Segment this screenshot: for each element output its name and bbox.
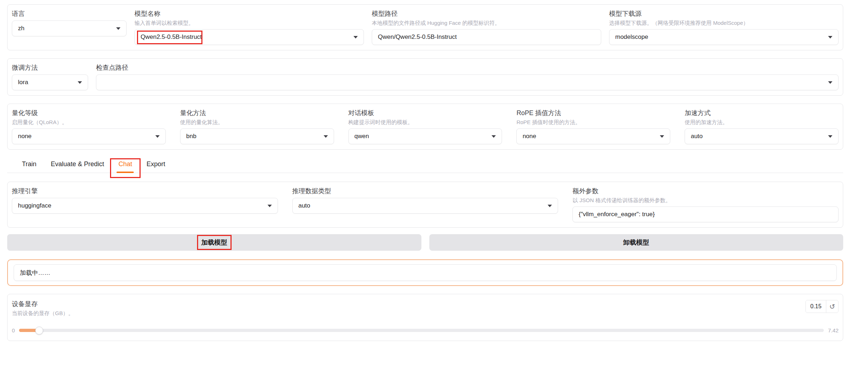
extra-args-textbox[interactable] (572, 206, 839, 222)
vram-slider-track[interactable] (19, 329, 823, 332)
language-dropdown[interactable]: zh (12, 21, 127, 36)
quantization-method-value: bnb (186, 133, 324, 140)
load-model-button-label-wrap: 加载模型 (197, 235, 232, 250)
template-dropdown[interactable]: qwen (348, 128, 502, 144)
model-action-row: 加载模型 卸载模型 (7, 234, 843, 251)
infer-dtype-value: auto (298, 202, 548, 209)
language-value: zh (18, 25, 116, 32)
status-output-container: 加载中…… (7, 259, 843, 286)
quantization-bit-label: 量化等级 (12, 109, 166, 117)
vram-number-box: ↺ (805, 300, 839, 313)
field-infer-dtype: 推理数据类型 auto (292, 187, 558, 214)
chevron-down-icon (116, 27, 120, 30)
finetuning-type-dropdown[interactable]: lora (12, 74, 88, 90)
model-name-dropdown[interactable]: Qwen2.5-0.5B-Instruct (134, 29, 364, 45)
vram-number-input[interactable] (806, 300, 826, 313)
field-download-source: 模型下载源 选择模型下载源。（网络受限环境推荐使用 ModelScope） mo… (609, 10, 839, 45)
download-source-label: 模型下载源 (609, 10, 839, 18)
model-name-value: Qwen2.5-0.5B-Instruct (141, 33, 353, 41)
model-path-info: 本地模型的文件路径或 Hugging Face 的模型标识符。 (372, 19, 601, 26)
model-name-info: 输入首单词以检索模型。 (134, 19, 364, 26)
language-label: 语言 (12, 10, 127, 18)
chevron-down-icon (492, 135, 496, 138)
download-source-dropdown[interactable]: modelscope (609, 29, 839, 45)
model-path-input[interactable] (378, 33, 595, 41)
field-extra-args: 额外参数 以 JSON 格式传递给训练器的额外参数。 (572, 187, 839, 222)
download-source-info: 选择模型下载源。（网络受限环境推荐使用 ModelScope） (609, 19, 839, 26)
chevron-down-icon (78, 81, 82, 84)
quantization-method-info: 使用的量化算法。 (180, 119, 334, 126)
chevron-down-icon (155, 135, 160, 138)
model-name-label: 模型名称 (134, 10, 364, 18)
field-inference-engine: 推理引擎 huggingface (12, 187, 278, 214)
chevron-down-icon (268, 205, 272, 207)
main-tabbar: Train Evaluate & Predict Chat Export (7, 157, 843, 173)
tab-export[interactable]: Export (140, 157, 171, 173)
chevron-down-icon (353, 36, 358, 38)
field-quantization-method: 量化方法 使用的量化算法。 bnb (180, 109, 334, 144)
booster-value: auto (691, 133, 828, 140)
field-rope-scaling: RoPE 插值方法 RoPE 插值时使用的方法。 none (516, 109, 670, 144)
model-config-panel: 语言 zh 模型名称 输入首单词以检索模型。 Qwen2.5-0.5B-Inst… (7, 4, 843, 50)
quantization-bit-value: none (18, 133, 155, 140)
tab-chat[interactable]: Chat (112, 157, 138, 173)
field-checkpoint-path: 检查点路径 (96, 64, 839, 90)
inference-engine-label: 推理引擎 (12, 187, 278, 195)
field-model-path: 模型路径 本地模型的文件路径或 Hugging Face 的模型标识符。 (372, 10, 601, 45)
unload-model-button-label: 卸载模型 (619, 235, 653, 250)
extra-args-info: 以 JSON 格式传递给训练器的额外参数。 (572, 197, 839, 204)
field-language: 语言 zh (12, 10, 127, 36)
infer-dtype-label: 推理数据类型 (292, 187, 558, 195)
checkpoint-path-dropdown[interactable] (96, 74, 839, 90)
inference-engine-value: huggingface (18, 202, 268, 209)
quantization-bit-info: 启用量化（QLoRA）。 (12, 119, 166, 126)
llamaboard-page: 语言 zh 模型名称 输入首单词以检索模型。 Qwen2.5-0.5B-Inst… (7, 0, 843, 341)
download-source-value: modelscope (615, 33, 828, 41)
quantization-bit-dropdown[interactable]: none (12, 128, 166, 144)
reset-icon[interactable]: ↺ (826, 300, 838, 313)
model-path-textbox[interactable] (372, 29, 601, 45)
rope-scaling-dropdown[interactable]: none (516, 128, 670, 144)
field-quantization-bit: 量化等级 启用量化（QLoRA）。 none (12, 109, 166, 144)
vram-info: 当前设备的显存（GB）。 (12, 310, 74, 317)
quantization-method-dropdown[interactable]: bnb (180, 128, 334, 144)
tab-chat-label: Chat (118, 160, 132, 168)
booster-info: 使用的加速方法。 (685, 119, 839, 126)
extra-args-label: 额外参数 (572, 187, 839, 195)
vram-label: 设备显存 (12, 300, 74, 308)
model-path-label: 模型路径 (372, 10, 601, 18)
field-template: 对话模板 构建提示词时使用的模板。 qwen (348, 109, 502, 144)
template-label: 对话模板 (348, 109, 502, 117)
unload-model-button[interactable]: 卸载模型 (429, 234, 844, 251)
field-model-name: 模型名称 输入首单词以检索模型。 Qwen2.5-0.5B-Instruct (134, 10, 364, 45)
vram-label-block: 设备显存 当前设备的显存（GB）。 (12, 300, 74, 317)
chevron-down-icon (828, 36, 832, 38)
chevron-down-icon (324, 135, 328, 138)
chat-config-panel: 推理引擎 huggingface 推理数据类型 auto 额外参数 以 JSON… (7, 182, 843, 228)
tab-evaluate-predict[interactable]: Evaluate & Predict (45, 157, 110, 173)
checkpoint-path-label: 检查点路径 (96, 64, 839, 72)
vram-slider-handle[interactable] (35, 327, 43, 335)
template-value: qwen (355, 133, 492, 140)
extra-args-input[interactable] (579, 211, 832, 218)
booster-dropdown[interactable]: auto (685, 128, 839, 144)
rope-scaling-value: none (522, 133, 660, 140)
finetuning-type-value: lora (18, 79, 78, 86)
finetuning-type-label: 微调方法 (12, 64, 88, 72)
vram-slider-row: 0 7.42 (12, 327, 839, 333)
advanced-config-panel: 量化等级 启用量化（QLoRA）。 none 量化方法 使用的量化算法。 bnb… (7, 104, 843, 150)
quantization-method-label: 量化方法 (180, 109, 334, 117)
booster-label: 加速方式 (685, 109, 839, 117)
load-model-button-label: 加载模型 (201, 239, 227, 246)
vram-panel: 设备显存 当前设备的显存（GB）。 ↺ 0 7.42 (7, 294, 843, 341)
slider-min-label: 0 (12, 327, 15, 333)
tab-train[interactable]: Train (16, 157, 42, 173)
rope-scaling-label: RoPE 插值方法 (516, 109, 670, 117)
inference-engine-dropdown[interactable]: huggingface (12, 198, 278, 214)
chevron-down-icon (548, 205, 552, 207)
chevron-down-icon (660, 135, 664, 138)
infer-dtype-dropdown[interactable]: auto (292, 198, 558, 214)
status-textbox: 加载中…… (14, 264, 837, 281)
load-model-button[interactable]: 加载模型 (7, 234, 421, 251)
finetune-panel: 微调方法 lora 检查点路径 (7, 58, 843, 96)
